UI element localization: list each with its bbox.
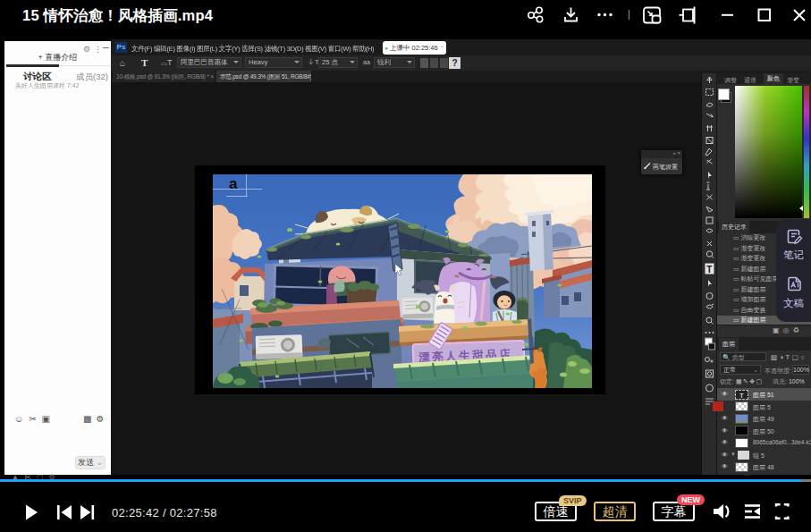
svg-text:T: T (706, 265, 712, 274)
svg-text:a: a (229, 175, 238, 192)
